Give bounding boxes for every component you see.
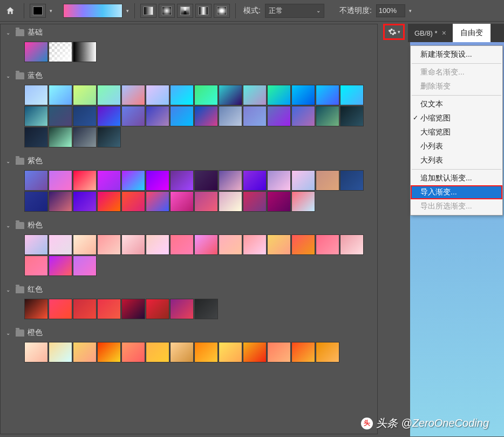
gradient-swatch[interactable] [24,106,48,126]
gradient-swatch[interactable] [291,170,315,191]
gradient-swatch[interactable] [291,234,315,255]
gradient-swatch[interactable] [121,106,145,126]
gradient-swatch[interactable] [243,170,267,191]
gradient-swatch[interactable] [146,191,169,212]
gradient-swatch[interactable] [340,234,364,255]
gradient-swatch[interactable] [24,85,48,105]
panel-options-gear-button[interactable]: ▾ [383,24,405,40]
menu-import-gradients[interactable]: 导入渐变... [411,185,502,199]
gradient-swatch[interactable] [340,85,364,105]
chevron-down-icon[interactable]: ▾ [126,8,129,14]
folder-header[interactable]: ⌄橙色 [1,325,377,341]
close-icon[interactable]: × [442,29,446,37]
gradient-swatch[interactable] [194,170,218,191]
gradient-swatch[interactable] [194,342,218,362]
gradient-swatch[interactable] [73,127,97,147]
angle-gradient-button[interactable] [177,4,193,18]
gradient-swatch[interactable] [24,342,48,362]
gradient-swatch[interactable] [24,42,48,62]
gradient-swatch[interactable] [267,106,291,126]
gradient-swatch[interactable] [146,299,169,319]
gradient-swatch[interactable] [170,85,194,105]
gradient-swatch[interactable] [49,42,72,62]
gradient-swatch[interactable] [170,106,194,126]
secondary-tab[interactable]: 自由变 [453,24,491,42]
gradient-swatch[interactable] [97,299,121,319]
gradient-swatch[interactable] [24,127,48,147]
menu-new-preset[interactable]: 新建渐变预设... [411,48,502,62]
gradient-swatch[interactable] [291,85,315,105]
folder-header[interactable]: ⌄紫色 [1,153,377,169]
gradient-swatch[interactable] [73,170,97,191]
gradient-swatch[interactable] [121,85,145,105]
gradient-swatch[interactable] [267,342,291,362]
gradient-swatch[interactable] [49,191,72,212]
gradient-swatch[interactable] [73,234,97,255]
gradient-swatch[interactable] [170,191,194,212]
gradient-swatch[interactable] [121,299,145,319]
gradient-swatch[interactable] [194,106,218,126]
gradient-swatch[interactable] [219,342,242,362]
gradient-swatch[interactable] [49,85,72,105]
gradient-swatch[interactable] [170,342,194,362]
gradient-swatch[interactable] [170,234,194,255]
gradient-swatch[interactable] [194,299,218,319]
gradient-swatch[interactable] [243,234,267,255]
reflected-gradient-button[interactable] [195,4,212,18]
opacity-input[interactable]: 100% [376,4,405,17]
gradient-swatch[interactable] [49,256,72,276]
diamond-gradient-button[interactable] [214,4,230,18]
gradient-swatch[interactable] [97,234,121,255]
chevron-down-icon[interactable]: ▾ [409,8,412,14]
gradient-swatch[interactable] [267,234,291,255]
document-tab[interactable]: GB/8) * × [408,24,453,42]
gradient-swatch[interactable] [219,170,242,191]
gradient-swatch[interactable] [49,106,72,126]
radial-gradient-button[interactable] [159,4,175,18]
menu-text-only[interactable]: 仅文本 [411,97,502,111]
gradient-swatch[interactable] [121,342,145,362]
gradient-swatch[interactable] [340,170,364,191]
gradient-swatch[interactable] [194,85,218,105]
gradient-swatch[interactable] [97,191,121,212]
gradient-swatch[interactable] [146,342,169,362]
gradient-swatch[interactable] [146,106,169,126]
gradient-swatch[interactable] [24,299,48,319]
gradient-swatch[interactable] [316,106,339,126]
gradient-preview[interactable] [63,4,122,18]
menu-small-thumb[interactable]: ✓小缩览图 [411,111,502,125]
gradient-swatch[interactable] [316,234,339,255]
gradient-swatch[interactable] [170,170,194,191]
gradient-swatch[interactable] [243,191,267,212]
gradient-swatch[interactable] [73,42,97,62]
menu-large-list[interactable]: 大列表 [411,153,502,167]
gradient-swatch[interactable] [316,85,339,105]
gradient-swatch[interactable] [219,106,242,126]
gradient-swatch[interactable] [49,170,72,191]
gradient-swatch[interactable] [73,191,97,212]
gradient-swatch[interactable] [316,342,339,362]
gradient-swatch[interactable] [73,299,97,319]
gradient-swatch[interactable] [73,85,97,105]
color-swatch[interactable] [30,4,46,18]
gradient-swatch[interactable] [146,85,169,105]
gradient-swatch[interactable] [121,170,145,191]
gradient-swatch[interactable] [291,342,315,362]
chevron-down-icon[interactable]: ▾ [50,8,52,14]
gradient-swatch[interactable] [219,234,242,255]
gradient-swatch[interactable] [24,191,48,212]
gradient-swatch[interactable] [121,191,145,212]
gradient-swatch[interactable] [97,85,121,105]
gradient-swatch[interactable] [291,106,315,126]
gradient-swatch[interactable] [243,106,267,126]
gradient-swatch[interactable] [267,191,291,212]
folder-header[interactable]: ⌄红色 [1,281,377,298]
gradient-swatch[interactable] [219,191,242,212]
folder-header[interactable]: ⌄蓝色 [1,68,377,84]
menu-large-thumb[interactable]: 大缩览图 [411,125,502,139]
gradient-swatch[interactable] [49,127,72,147]
gradient-swatch[interactable] [243,342,267,362]
gradient-swatch[interactable] [194,234,218,255]
gradient-swatch[interactable] [24,256,48,276]
gradient-swatch[interactable] [170,299,194,319]
